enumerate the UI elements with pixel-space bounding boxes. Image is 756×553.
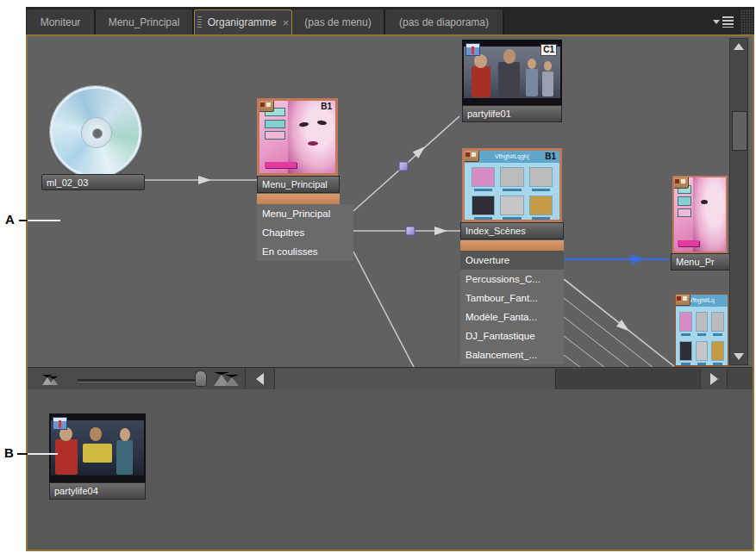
tab-label: (pas de menu) — [304, 16, 371, 28]
node-menu-principal-label[interactable]: Menu_Principal — [257, 176, 340, 193]
disc-label[interactable]: ml_02_03 — [41, 174, 145, 190]
button-item[interactable]: Percussions_C... — [460, 270, 564, 289]
timeline-icon — [465, 43, 480, 56]
zoom-slider-thumb[interactable] — [195, 370, 207, 387]
screenshot-root: A B Moniteur Menu_Principal Organigramme… — [0, 0, 756, 553]
node-index-scenes-label[interactable]: Index_Scènes — [460, 222, 564, 239]
index-scenes-badge: B1 — [545, 152, 556, 161]
button-item[interactable]: En coulisses — [257, 242, 353, 261]
node-index-right-thumbnail[interactable]: Vfhgh#Lq — [674, 293, 729, 367]
menu-principal-badge: B1 — [321, 102, 332, 111]
node-partylife04-label[interactable]: partylife04 — [49, 482, 146, 500]
annotation-b-line-inner — [28, 453, 58, 455]
tab-organigramme[interactable]: Organigramme × — [194, 9, 292, 34]
tab-label: Moniteur — [41, 16, 81, 28]
menu-principal-selection-bar — [257, 194, 340, 204]
button-item[interactable]: Ouverture — [460, 251, 564, 270]
annotation-a-label: A — [5, 212, 15, 227]
zoom-out-icon[interactable] — [41, 376, 59, 385]
close-icon[interactable]: × — [283, 17, 290, 28]
button-item[interactable]: Chapitres — [257, 223, 353, 242]
connector-lines — [28, 36, 753, 367]
node-partylife01-label[interactable]: partylife01 — [462, 105, 562, 122]
panel-frame: ml_02_03 B1 Menu_ — [26, 34, 754, 551]
panel-gripper-icon[interactable] — [740, 9, 754, 34]
menu-title-art — [265, 162, 297, 168]
tab-menu-principal[interactable]: Menu_Principal — [96, 9, 194, 34]
tab-label: Organigramme — [208, 16, 277, 28]
scroll-up-icon[interactable] — [730, 39, 747, 54]
zoom-in-icon[interactable] — [214, 373, 241, 386]
node-menu-right-thumbnail[interactable] — [672, 176, 728, 253]
flowchart-canvas[interactable]: ml_02_03 B1 Menu_ — [28, 36, 753, 367]
disc-hole — [92, 128, 103, 139]
tab-pas-de-diaporama[interactable]: (pas de diaporama) — [385, 9, 504, 34]
unrouted-items-area[interactable]: partylife04 — [28, 389, 753, 550]
panel-menu-triangle — [713, 20, 720, 24]
panel-tab-bar: Moniteur Menu_Principal Organigramme × (… — [26, 7, 754, 34]
annotation-b-line — [17, 453, 28, 455]
button-item[interactable]: DJ_Fantastique — [460, 326, 564, 345]
zoom-scroll-bar — [28, 367, 753, 389]
scroll-right-icon[interactable] — [701, 369, 727, 389]
flowchart-panel: Moniteur Menu_Principal Organigramme × (… — [26, 7, 754, 551]
horizontal-scrollbar-thumb[interactable] — [275, 369, 556, 389]
menu-icon — [672, 176, 689, 189]
disc-icon[interactable] — [50, 86, 141, 177]
menu-icon — [463, 149, 479, 162]
tab-bar-filler — [504, 9, 709, 34]
tab-label: Menu_Principal — [109, 16, 180, 28]
scrollbar-corner — [727, 369, 753, 389]
annotation-b-label: B — [4, 445, 14, 460]
button-item[interactable]: Balancement_... — [460, 345, 564, 364]
panel-menu-icon[interactable] — [709, 9, 738, 34]
tab-pas-de-menu[interactable]: (pas de menu) — [292, 9, 385, 34]
menu-principal-button-list: Menu_Principal Chapitres En coulisses — [257, 204, 353, 261]
scroll-down-icon[interactable] — [730, 349, 747, 364]
annotation-a-line — [19, 220, 28, 221]
node-menu-right-label[interactable]: Menu_Pr — [671, 253, 731, 270]
node-menu-principal-thumbnail[interactable]: B1 — [257, 98, 338, 176]
disc-hub — [81, 117, 112, 148]
tab-label: (pas de diaporama) — [399, 16, 489, 28]
index-scenes-selection-bar — [460, 240, 564, 251]
scroll-left-icon[interactable] — [246, 369, 273, 389]
panel-menu-lines — [722, 16, 734, 28]
horizontal-scrollbar[interactable] — [274, 369, 701, 389]
tab-moniteur[interactable]: Moniteur — [27, 9, 96, 34]
vertical-scrollbar-thumb[interactable] — [732, 111, 747, 151]
timeline-icon — [53, 417, 67, 430]
zoom-slider-track[interactable] — [78, 379, 207, 382]
node-index-scenes-thumbnail[interactable]: Vfhgh#Lqgh( B1 — [462, 148, 562, 222]
menu-icon — [258, 99, 274, 112]
button-item[interactable]: Modèle_Fanta... — [460, 308, 564, 326]
button-item[interactable]: Menu_Principal — [257, 204, 353, 223]
node-partylife01-thumbnail[interactable]: C1 — [462, 40, 562, 105]
vertical-scrollbar[interactable] — [729, 38, 748, 365]
index-scenes-button-list: Ouverture Percussions_C... Tambour_Fant.… — [460, 251, 564, 364]
tab-grip-icon — [197, 16, 202, 29]
menu-icon — [674, 293, 690, 306]
partylife01-badge: C1 — [540, 44, 557, 56]
button-item[interactable]: Tambour_Fant... — [460, 289, 564, 308]
annotation-a-line-inner — [28, 220, 60, 221]
node-partylife04-thumbnail[interactable] — [49, 413, 146, 482]
